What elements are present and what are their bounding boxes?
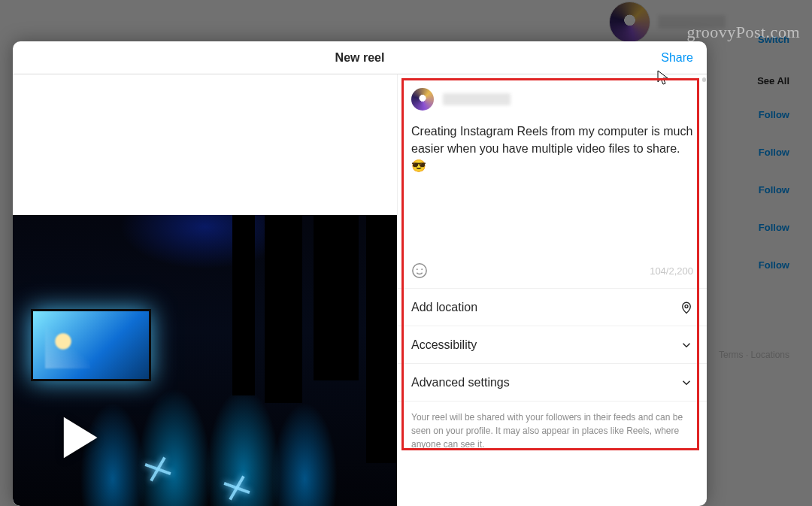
see-all-link[interactable]: See All xyxy=(757,75,789,86)
accessibility-row[interactable]: Accessibility xyxy=(398,326,707,363)
follow-link[interactable]: Follow xyxy=(759,222,789,233)
stage-prop xyxy=(314,215,359,380)
modal-title: New reel xyxy=(335,51,385,65)
follow-suggestion-links: Follow Follow Follow Follow Follow xyxy=(759,109,789,271)
stage-screen xyxy=(31,309,151,381)
location-pin-icon xyxy=(680,301,693,314)
stage-light xyxy=(223,474,250,501)
video-preview-pane xyxy=(13,74,397,506)
follow-link[interactable]: Follow xyxy=(759,109,789,120)
compose-details-pane: Creating Instagram Reels from my compute… xyxy=(397,74,707,506)
modal-header: New reel Share xyxy=(13,41,707,74)
add-location-label: Add location xyxy=(411,301,477,314)
follow-link[interactable]: Follow xyxy=(759,184,789,195)
add-location-row[interactable]: Add location xyxy=(398,288,707,326)
modal-body: Creating Instagram Reels from my compute… xyxy=(13,74,707,506)
author-username-blurred xyxy=(443,93,511,105)
chevron-down-icon xyxy=(680,338,693,352)
author-avatar[interactable] xyxy=(411,88,434,111)
character-counter: 104/2,200 xyxy=(650,265,693,277)
profile-avatar xyxy=(609,2,650,43)
stage-light xyxy=(144,456,171,483)
svg-point-3 xyxy=(685,305,688,308)
switch-account-link[interactable]: Switch xyxy=(758,34,789,45)
profile-username-blurred xyxy=(658,15,726,29)
advanced-settings-row[interactable]: Advanced settings xyxy=(398,363,707,401)
follow-link[interactable]: Follow xyxy=(759,147,789,158)
footer-links[interactable]: Terms · Locations xyxy=(719,350,789,360)
svg-point-0 xyxy=(413,264,426,277)
stage-prop xyxy=(265,215,302,403)
play-button[interactable] xyxy=(52,411,106,465)
preview-whitespace xyxy=(13,74,397,215)
advanced-settings-label: Advanced settings xyxy=(411,376,510,389)
share-button[interactable]: Share xyxy=(661,41,693,74)
accessibility-label: Accessibility xyxy=(411,338,477,352)
author-row xyxy=(398,74,707,115)
svg-point-2 xyxy=(421,268,423,270)
reel-visibility-disclaimer: Your reel will be shared with your follo… xyxy=(398,401,707,451)
video-preview[interactable] xyxy=(13,215,397,506)
stage-prop xyxy=(232,215,255,395)
new-reel-modal: New reel Share xyxy=(13,41,707,506)
svg-point-1 xyxy=(417,268,418,270)
caption-textarea[interactable]: Creating Instagram Reels from my compute… xyxy=(398,115,707,258)
stage-prop xyxy=(366,215,397,463)
chevron-down-icon xyxy=(680,376,693,389)
emoji-picker-button[interactable] xyxy=(411,262,428,279)
caption-footer: 104/2,200 xyxy=(398,258,707,288)
follow-link[interactable]: Follow xyxy=(759,259,789,271)
